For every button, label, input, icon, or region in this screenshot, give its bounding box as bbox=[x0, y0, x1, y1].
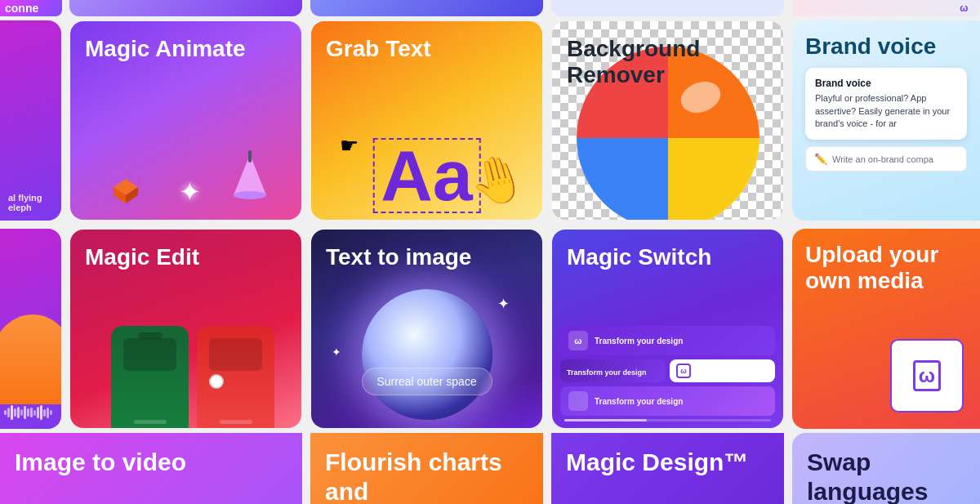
card-left-partial-r2 bbox=[0, 229, 61, 429]
brand-voice-title: Brand voice bbox=[805, 33, 936, 59]
bg-remover-title: Background Remover bbox=[567, 36, 783, 88]
card-brand-voice[interactable]: Brand voice Brand voice Playful or profe… bbox=[792, 20, 980, 221]
person-icon bbox=[0, 314, 61, 404]
sparkle-icon: ✦ bbox=[179, 176, 201, 207]
sparkle-star-1: ✦ bbox=[497, 295, 510, 313]
grab-text-aa: Aa bbox=[372, 138, 481, 213]
image-to-video-title: Image to video bbox=[15, 448, 186, 477]
magic-edit-title: Magic Edit bbox=[85, 244, 199, 270]
co-logo-upload: ω bbox=[913, 360, 941, 391]
card-text-to-image[interactable]: Text to image ✦ ✦ Surreal outer space bbox=[311, 230, 542, 428]
card-left-partial-r1: al flying eleph bbox=[0, 20, 61, 221]
switch-card-white: ω bbox=[670, 359, 775, 382]
swap-languages-title: Swap languages bbox=[807, 448, 965, 504]
card-image-to-video[interactable]: Image to video bbox=[0, 433, 302, 504]
brand-voice-write-row[interactable]: ✏️ Write an on-brand compa bbox=[805, 146, 967, 172]
cone-shape bbox=[229, 150, 270, 207]
brand-voice-write-text: Write an on-brand compa bbox=[832, 154, 933, 164]
switch-cards-row: Transform your design ω bbox=[560, 359, 775, 382]
top-strip-4 bbox=[551, 0, 784, 16]
backpack-green bbox=[111, 326, 189, 428]
top-strip-1: conne bbox=[0, 0, 62, 16]
switch-card-2: Transform your design bbox=[560, 359, 666, 382]
switch-inner-cards: ω Transform your design Transform your d… bbox=[560, 326, 775, 416]
cube-shape bbox=[101, 158, 150, 207]
switch-card-3: Transform your design bbox=[560, 386, 775, 416]
svg-rect-6 bbox=[248, 150, 252, 163]
card-bg-remover[interactable]: Background Remover bbox=[552, 21, 783, 220]
magic-design-title: Magic Design™ bbox=[566, 448, 748, 477]
backpack-images bbox=[111, 326, 274, 428]
upload-media-title: Upload your own media bbox=[805, 242, 938, 293]
svg-point-5 bbox=[234, 191, 266, 199]
prompt-pill: Surreal outer space bbox=[361, 368, 492, 395]
magic-switch-title: Magic Switch bbox=[567, 244, 711, 270]
brand-voice-card-title: Brand voice bbox=[815, 78, 957, 89]
edit-circle bbox=[209, 374, 224, 389]
sparkle-star-2: ✦ bbox=[332, 346, 341, 359]
progress-bar bbox=[564, 419, 771, 421]
card-magic-design[interactable]: Magic Design™ bbox=[551, 433, 784, 504]
switch-card-1: ω Transform your design bbox=[560, 326, 775, 355]
text-to-image-title: Text to image bbox=[326, 244, 471, 270]
flourish-title: Flourish charts and bbox=[325, 448, 528, 504]
grab-cursor-icon: ☛ bbox=[340, 133, 359, 158]
card-magic-animate[interactable]: Magic Animate ✦ bbox=[70, 21, 301, 220]
top-strip-5: ω bbox=[792, 0, 980, 16]
card-upload-media[interactable]: Upload your own media ω bbox=[792, 229, 980, 429]
pencil-icon: ✏️ bbox=[814, 153, 827, 165]
card-swap-languages[interactable]: Swap languages bbox=[792, 433, 980, 504]
brand-voice-card: Brand voice Playful or professional? App… bbox=[805, 68, 967, 140]
connect-text: conne bbox=[5, 2, 38, 15]
backpack-red bbox=[197, 326, 274, 428]
top-strip-3 bbox=[310, 0, 543, 16]
audio-wave bbox=[4, 404, 57, 421]
card-flourish[interactable]: Flourish charts and bbox=[310, 433, 543, 504]
card-magic-switch[interactable]: Magic Switch ω Transform your design Tra… bbox=[552, 230, 783, 428]
card-magic-edit[interactable]: Magic Edit bbox=[70, 230, 301, 428]
brand-voice-card-text: Playful or professional? App assertive? … bbox=[815, 92, 957, 130]
glowing-sphere bbox=[362, 289, 492, 420]
card-grab-text[interactable]: Grab Text ☛ Aa 🤚 bbox=[311, 21, 542, 220]
grab-text-title: Grab Text bbox=[326, 36, 431, 62]
feature-grid: conne ω al flying eleph Magic Animate ✦ bbox=[0, 0, 980, 504]
co-logo-top: ω bbox=[959, 2, 975, 15]
magic-animate-title: Magic Animate bbox=[85, 36, 246, 62]
upload-box: ω bbox=[890, 339, 964, 413]
top-strip-2 bbox=[69, 0, 302, 16]
svg-text:ω: ω bbox=[960, 2, 968, 14]
